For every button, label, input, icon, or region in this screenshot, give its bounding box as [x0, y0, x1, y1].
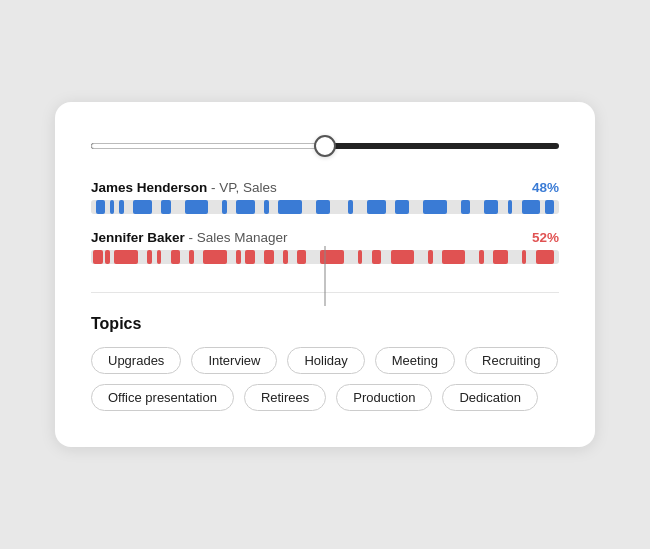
timeline-segment	[236, 200, 255, 214]
timeline-segment	[278, 200, 301, 214]
topic-chip[interactable]: Dedication	[442, 384, 537, 411]
slider-thumb[interactable]	[314, 135, 336, 157]
timeline-segment	[110, 200, 115, 214]
person-title: - VP, Sales	[207, 180, 277, 195]
timeline-segment	[372, 250, 381, 264]
vertical-line	[325, 246, 326, 306]
timeline-segment	[105, 250, 110, 264]
timeline-segment	[395, 200, 409, 214]
topic-chip[interactable]: Office presentation	[91, 384, 234, 411]
person-name: James Henderson	[91, 180, 207, 195]
person-name-title: James Henderson - VP, Sales	[91, 178, 277, 196]
topics-grid: UpgradesInterviewHolidayMeetingRecruitin…	[91, 347, 559, 411]
topic-chip[interactable]: Holiday	[287, 347, 364, 374]
timeline-segment	[96, 200, 105, 214]
timeline-segment	[493, 250, 507, 264]
person-name: Jennifer Baker	[91, 230, 185, 245]
timeline-segment	[316, 200, 330, 214]
timeline-segment	[93, 250, 102, 264]
timeline-segment	[522, 250, 527, 264]
topic-chip[interactable]: Meeting	[375, 347, 455, 374]
timeline-segment	[119, 200, 124, 214]
timeline-segment	[189, 250, 194, 264]
timeline-segment	[484, 200, 498, 214]
timeline-segment	[348, 200, 353, 214]
topic-chip[interactable]: Recruiting	[465, 347, 558, 374]
timeline-segment	[171, 250, 180, 264]
timeline-segment	[358, 250, 363, 264]
slider-track-left	[91, 143, 325, 149]
timeline-segment	[157, 250, 162, 264]
timeline-bar	[91, 200, 559, 214]
topic-chip[interactable]: Production	[336, 384, 432, 411]
timeline-segment	[536, 250, 555, 264]
timeline-segment	[545, 200, 554, 214]
person-title: - Sales Manager	[185, 230, 288, 245]
slider-track-wrapper[interactable]	[91, 134, 559, 158]
topic-chip[interactable]: Retirees	[244, 384, 326, 411]
person-percentage: 52%	[532, 230, 559, 245]
person-percentage: 48%	[532, 180, 559, 195]
timeline-segment	[508, 200, 513, 214]
timeline-segment	[297, 250, 306, 264]
timeline-segment	[428, 250, 433, 264]
timeline-segment	[264, 250, 273, 264]
timeline-segment	[442, 250, 465, 264]
timeline-segment	[203, 250, 226, 264]
timeline-segment	[423, 200, 446, 214]
timeline-segment	[236, 250, 241, 264]
timeline-segment	[245, 250, 254, 264]
timeline-segment	[185, 200, 208, 214]
person-header: James Henderson - VP, Sales48%	[91, 178, 559, 196]
slider-section	[91, 134, 559, 158]
timeline-segment	[147, 250, 152, 264]
timeline-segment	[161, 200, 170, 214]
timeline-segment	[391, 250, 414, 264]
timeline-segment	[283, 250, 288, 264]
topics-section: Topics UpgradesInterviewHolidayMeetingRe…	[91, 315, 559, 411]
timeline-segment	[479, 250, 484, 264]
timeline-segment	[222, 200, 227, 214]
timeline-segment	[522, 200, 541, 214]
main-card: James Henderson - VP, Sales48%Jennifer B…	[55, 102, 595, 447]
timeline-segment	[133, 200, 152, 214]
person-row: James Henderson - VP, Sales48%	[91, 178, 559, 214]
person-header: Jennifer Baker - Sales Manager52%	[91, 228, 559, 246]
timeline-segment	[264, 200, 269, 214]
topics-title: Topics	[91, 315, 559, 333]
person-name-title: Jennifer Baker - Sales Manager	[91, 228, 288, 246]
timeline-segment	[114, 250, 137, 264]
timeline-segment	[367, 200, 386, 214]
topic-chip[interactable]: Interview	[191, 347, 277, 374]
timeline-segment	[461, 200, 470, 214]
topic-chip[interactable]: Upgrades	[91, 347, 181, 374]
